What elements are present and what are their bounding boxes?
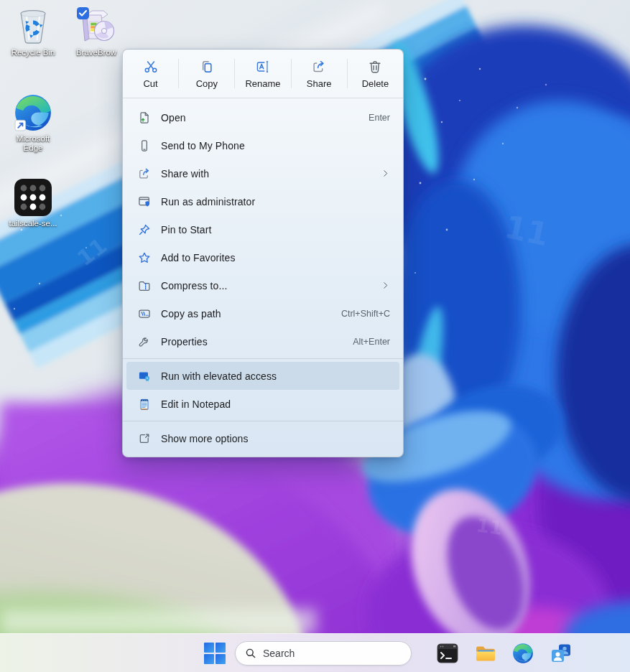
phone-icon (137, 139, 152, 153)
menu-item-label: Add to Favorites (161, 252, 390, 263)
svg-text:11: 11 (475, 514, 504, 539)
selected-check-badge (77, 7, 89, 19)
menu-item-run-as-administrator[interactable]: Run as administrator (123, 187, 403, 215)
context-menu-list: Open Enter Send to My Phone (123, 98, 403, 457)
people-icon (550, 643, 572, 664)
delete-button[interactable]: Delete (348, 50, 403, 98)
star-icon (137, 251, 152, 265)
menu-item-label: Open (161, 112, 369, 123)
desktop-icon-brave-installer[interactable]: BraveBrow (68, 4, 124, 57)
menu-item-copy-as-path[interactable]: Copy as path Ctrl+Shift+C (123, 299, 403, 327)
pin-icon (137, 223, 152, 237)
search-icon (245, 648, 256, 659)
cut-icon (143, 59, 159, 75)
context-menu: Cut Copy (122, 49, 404, 457)
edge-logo-icon (14, 93, 52, 132)
chevron-right-icon (381, 281, 390, 290)
context-menu-toolbar: Cut Copy (123, 50, 403, 98)
desktop-icon-microsoft-edge[interactable]: Microsoft Edge (6, 93, 60, 153)
desktop-icon-label: Recycle Bin (11, 48, 55, 57)
menu-separator (123, 421, 403, 421)
rename-button[interactable]: Rename (235, 50, 290, 98)
taskbar-icon-terminal[interactable] (437, 643, 458, 664)
elevated-access-icon (137, 369, 152, 383)
terminal-icon (437, 643, 458, 664)
menu-item-compress-to[interactable]: Compress to... (123, 271, 403, 299)
menu-item-open[interactable]: Open Enter (123, 103, 403, 131)
menu-item-pin-to-start[interactable]: Pin to Start (123, 215, 403, 243)
desktop-icon-recycle-bin[interactable]: Recycle Bin (6, 7, 60, 57)
cut-button[interactable]: Cut (123, 50, 178, 98)
desktop-icon-label: BraveBrow (76, 48, 116, 57)
menu-item-shortcut: Alt+Enter (353, 337, 390, 347)
share-button[interactable]: Share (292, 50, 347, 98)
menu-item-send-to-my-phone[interactable]: Send to My Phone (123, 131, 403, 159)
taskbar-icon-microsoft-edge[interactable] (512, 643, 534, 664)
share-with-icon (137, 167, 152, 181)
search-placeholder: Search (263, 648, 295, 659)
rename-label: Rename (245, 78, 280, 89)
desktop-icon-label: Microsoft Edge (6, 134, 60, 153)
taskbar-icon-file-explorer[interactable] (475, 643, 496, 664)
menu-item-label: Copy as path (161, 308, 341, 319)
rename-icon (255, 59, 271, 75)
desktop-icon-label: tailscale-se... (9, 219, 57, 228)
notepad-icon (137, 397, 152, 411)
windows-logo-icon (203, 642, 226, 665)
chevron-right-icon (381, 169, 390, 178)
installer-box-icon (75, 4, 117, 46)
copy-button[interactable]: Copy (179, 50, 234, 98)
menu-item-label: Send to My Phone (161, 140, 390, 151)
share-label: Share (307, 78, 332, 89)
edge-logo-icon (512, 643, 534, 664)
menu-item-edit-in-notepad[interactable]: Edit in Notepad (123, 390, 403, 418)
menu-item-label: Share with (161, 168, 381, 179)
taskbar-search[interactable]: Search (235, 641, 412, 666)
tailscale-logo-icon (14, 178, 52, 217)
menu-item-shortcut: Ctrl+Shift+C (341, 309, 390, 319)
desktop-icon-tailscale-setup[interactable]: tailscale-se... (6, 178, 60, 228)
menu-item-properties[interactable]: Properties Alt+Enter (123, 327, 403, 355)
menu-item-label: Show more options (161, 433, 390, 444)
delete-label: Delete (362, 78, 389, 89)
menu-item-show-more-options[interactable]: Show more options (123, 424, 403, 452)
menu-item-run-with-elevated-access[interactable]: Run with elevated access (126, 362, 399, 390)
taskbar: Search (0, 633, 630, 672)
share-icon (311, 59, 327, 75)
properties-wrench-icon (137, 335, 152, 349)
desktop[interactable]: 11 11 11 Recycle Bin (0, 0, 630, 672)
menu-item-label: Compress to... (161, 280, 381, 291)
run-as-administrator-icon (137, 195, 152, 209)
menu-item-share-with[interactable]: Share with (123, 159, 403, 187)
cut-label: Cut (143, 78, 157, 89)
copy-icon (199, 59, 215, 75)
compress-icon (137, 279, 152, 293)
show-more-options-icon (137, 431, 152, 446)
taskbar-icon-people[interactable] (550, 643, 572, 664)
delete-icon (367, 59, 383, 75)
menu-item-label: Edit in Notepad (161, 398, 390, 410)
menu-item-label: Run as administrator (161, 196, 390, 207)
menu-item-label: Properties (161, 336, 353, 347)
shortcut-arrow-badge (15, 120, 26, 131)
menu-item-shortcut: Enter (369, 113, 390, 123)
open-icon (137, 111, 152, 125)
file-explorer-icon (475, 643, 496, 664)
menu-separator (123, 358, 403, 359)
menu-item-add-to-favorites[interactable]: Add to Favorites (123, 243, 403, 271)
recycle-bin-icon (14, 7, 52, 46)
copy-as-path-icon (137, 307, 152, 321)
menu-item-label: Pin to Start (161, 224, 390, 235)
menu-item-label: Run with elevated access (161, 370, 390, 382)
start-button[interactable] (203, 642, 226, 665)
copy-label: Copy (196, 78, 218, 89)
